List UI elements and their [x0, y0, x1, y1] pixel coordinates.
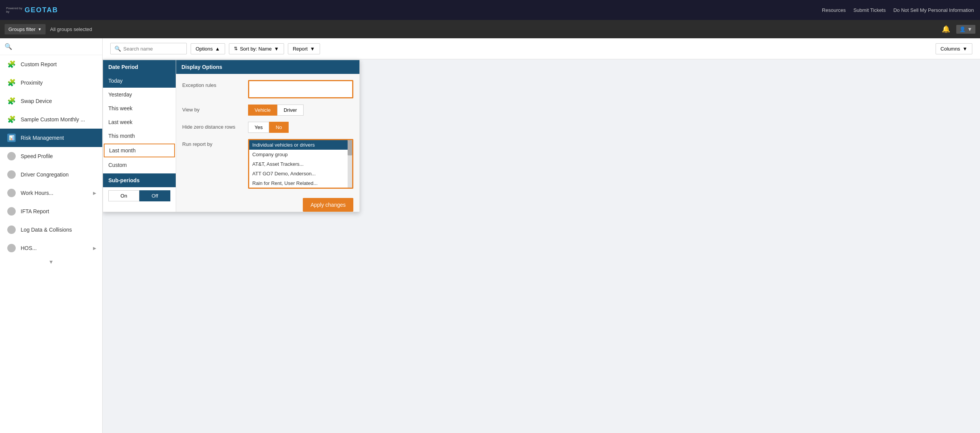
custom-report-icon: 🧩 — [6, 59, 17, 70]
run-report-item-rain[interactable]: Rain for Rent, User Related... — [249, 178, 348, 188]
hide-zero-control: Yes No — [248, 122, 353, 133]
sort-label: Sort by: Name — [240, 46, 272, 52]
sidebar-label-log-data: Log Data & Collisions — [21, 227, 72, 233]
groups-filter-button[interactable]: Groups filter ▼ — [5, 24, 46, 34]
run-report-item-att-go7[interactable]: ATT GO7 Demo, Anderson... — [249, 169, 348, 178]
run-report-list-container: Individual vehicles or drivers Company g… — [248, 139, 353, 189]
powered-by-text: Powered by by — [6, 7, 22, 13]
submit-tickets-link[interactable]: Submit Tickets — [853, 7, 886, 13]
scrollbar-thumb — [348, 140, 352, 155]
sidebar-scroll-down[interactable]: ▼ — [0, 257, 102, 266]
options-button[interactable]: Options ▲ — [191, 43, 225, 54]
sidebar-search-area: 🔍 — [0, 38, 102, 55]
options-arrow-icon: ▲ — [215, 46, 220, 52]
sidebar-item-proximity[interactable]: 🧩 Proximity — [0, 74, 102, 92]
yes-button[interactable]: Yes — [248, 122, 269, 133]
columns-button[interactable]: Columns ▼ — [936, 43, 972, 54]
geotab-logo: Powered by by GEOTAB — [6, 6, 58, 14]
sample-custom-icon: 🧩 — [6, 114, 17, 125]
do-not-sell-link[interactable]: Do Not Sell My Personal Information — [893, 7, 974, 13]
sidebar-item-swap-device[interactable]: 🧩 Swap Device — [0, 92, 102, 110]
date-option-this-week[interactable]: This week — [103, 101, 176, 115]
resources-link[interactable]: Resources — [822, 7, 846, 13]
run-report-item-att-asset[interactable]: AT&T, Asset Trackers... — [249, 159, 348, 169]
sub-periods-header: Sub-periods — [103, 173, 176, 187]
sub-periods-toggle: On Off — [103, 187, 176, 204]
search-input[interactable] — [123, 46, 183, 52]
exception-rules-control — [248, 80, 353, 98]
exception-rules-label: Exception rules — [182, 80, 243, 88]
hide-zero-label: Hide zero distance rows — [182, 122, 243, 130]
top-nav-links: Resources Submit Tickets Do Not Sell My … — [822, 7, 974, 13]
sidebar-item-log-data-collisions[interactable]: Log Data & Collisions — [0, 221, 102, 239]
sidebar-item-driver-congregation[interactable]: Driver Congregation — [0, 165, 102, 184]
display-options-panel: Display Options Exception rules View by — [176, 60, 360, 212]
risk-management-icon: 📊 — [6, 132, 17, 143]
view-by-driver-button[interactable]: Driver — [277, 105, 304, 116]
display-options-header: Display Options — [176, 60, 359, 74]
log-data-icon — [6, 224, 17, 235]
run-report-scrollbar[interactable] — [348, 140, 352, 188]
user-icon: 👤 — [959, 26, 966, 32]
speed-profile-icon — [6, 151, 17, 162]
view-by-control: Vehicle Driver — [248, 105, 353, 116]
groups-filter-arrow-icon: ▼ — [38, 27, 42, 31]
sidebar-label-ifta-report: IFTA Report — [21, 208, 49, 214]
run-report-control: Individual vehicles or drivers Company g… — [248, 139, 353, 189]
date-option-today[interactable]: Today — [103, 74, 176, 88]
proximity-icon: 🧩 — [6, 77, 17, 88]
sidebar-item-work-hours[interactable]: Work Hours... ▶ — [0, 184, 102, 202]
main-layout: 🔍 🧩 Custom Report 🧩 Proximity 🧩 Swap Dev… — [0, 38, 980, 433]
sidebar-item-hos[interactable]: HOS... ▶ — [0, 239, 102, 257]
date-option-this-month[interactable]: This month — [103, 129, 176, 143]
hos-chevron-icon: ▶ — [93, 246, 96, 251]
display-options-body: Exception rules View by Vehicle Driver — [176, 74, 359, 201]
report-button[interactable]: Report ▼ — [288, 43, 320, 54]
sidebar-item-sample-custom[interactable]: 🧩 Sample Custom Monthly ... — [0, 110, 102, 129]
sub-periods-off-button[interactable]: Off — [139, 190, 170, 201]
top-navigation: Powered by by GEOTAB Resources Submit Ti… — [0, 0, 980, 20]
sidebar-item-custom-report[interactable]: 🧩 Custom Report — [0, 55, 102, 74]
apply-changes-button[interactable]: Apply changes — [303, 198, 353, 212]
report-arrow-icon: ▼ — [310, 46, 315, 52]
date-option-last-month[interactable]: Last month — [104, 144, 175, 157]
date-option-custom[interactable]: Custom — [103, 158, 176, 172]
run-report-row: Run report by Individual vehicles or dri… — [182, 139, 353, 189]
columns-arrow-icon: ▼ — [962, 46, 967, 52]
driver-congregation-icon — [6, 169, 17, 180]
exception-rules-input[interactable] — [248, 80, 353, 98]
options-label: Options — [196, 46, 213, 52]
sidebar-label-driver-congregation: Driver Congregation — [21, 172, 69, 178]
view-by-vehicle-button[interactable]: Vehicle — [248, 105, 277, 116]
date-option-yesterday[interactable]: Yesterday — [103, 88, 176, 101]
sidebar-label-work-hours: Work Hours... — [21, 190, 53, 196]
view-by-label: View by — [182, 105, 243, 113]
sidebar-label-risk-management: Risk Management — [21, 135, 64, 141]
sort-button[interactable]: ⇅ Sort by: Name ▼ — [229, 43, 284, 54]
date-option-last-week[interactable]: Last week — [103, 115, 176, 129]
date-period-header: Date Period — [103, 60, 176, 74]
sort-arrow-icon: ▼ — [274, 46, 279, 52]
hide-zero-row: Hide zero distance rows Yes No — [182, 122, 353, 133]
date-period-panel: Date Period Today Yesterday This week La… — [103, 60, 176, 212]
sidebar-label-sample-custom: Sample Custom Monthly ... — [21, 116, 85, 123]
sidebar-label-custom-report: Custom Report — [21, 61, 57, 67]
report-label: Report — [293, 46, 308, 52]
sidebar: 🔍 🧩 Custom Report 🧩 Proximity 🧩 Swap Dev… — [0, 38, 103, 433]
sidebar-label-proximity: Proximity — [21, 80, 43, 86]
sidebar-item-ifta-report[interactable]: IFTA Report — [0, 202, 102, 221]
no-button[interactable]: No — [269, 122, 289, 133]
notification-icon[interactable]: 🔔 — [942, 25, 950, 33]
search-icon: 🔍 — [114, 46, 121, 52]
run-report-item-individual[interactable]: Individual vehicles or drivers — [249, 140, 348, 150]
user-menu-button[interactable]: 👤 ▼ — [956, 25, 975, 34]
sidebar-label-hos: HOS... — [21, 245, 37, 251]
options-dropdown: Date Period Today Yesterday This week La… — [103, 60, 360, 212]
search-box[interactable]: 🔍 — [110, 43, 187, 54]
sidebar-item-speed-profile[interactable]: Speed Profile — [0, 147, 102, 165]
sidebar-item-risk-management[interactable]: 📊 Risk Management — [0, 129, 102, 147]
run-report-list[interactable]: Individual vehicles or drivers Company g… — [249, 140, 348, 188]
run-report-item-company[interactable]: Company group — [249, 150, 348, 159]
sub-periods-on-button[interactable]: On — [108, 190, 139, 201]
sidebar-label-speed-profile: Speed Profile — [21, 153, 53, 159]
